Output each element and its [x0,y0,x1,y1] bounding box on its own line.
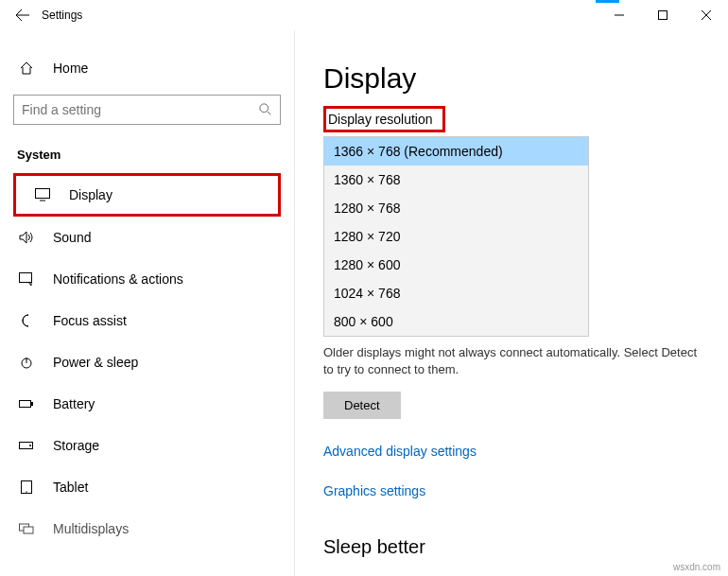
sidebar-item-power-sleep[interactable]: Power & sleep [0,341,294,383]
back-arrow-icon [15,8,30,23]
sidebar-item-label: Storage [36,438,99,453]
resolution-option[interactable]: 1280 × 720 [324,222,588,251]
svg-rect-2 [36,189,50,199]
page-title: Display [323,62,700,95]
svg-point-1 [260,104,269,113]
back-button[interactable] [8,0,38,30]
maximize-button[interactable] [641,0,685,30]
sidebar-item-label: Sound [36,230,91,245]
sidebar-item-label: Battery [36,396,95,411]
titlebar: Settings [0,0,728,30]
sidebar-item-label: Display [52,187,113,202]
svg-rect-5 [20,401,31,408]
svg-rect-12 [24,527,33,533]
svg-rect-3 [20,273,32,283]
minimize-icon [615,10,624,20]
main-content: Display Display resolution 1366 × 768 (R… [295,30,728,576]
svg-point-10 [26,491,26,492]
watermark: wsxdn.com [673,562,720,572]
advanced-display-link[interactable]: Advanced display settings [323,444,700,459]
detect-info-text: Older displays might not always connect … [323,344,700,378]
tablet-icon [17,480,36,494]
svg-rect-0 [659,11,667,20]
sidebar-item-label: Power & sleep [36,355,138,370]
home-button[interactable]: Home [0,47,294,89]
sidebar-item-label: Notifications & actions [36,271,183,287]
svg-point-8 [29,445,31,446]
graphics-settings-link[interactable]: Graphics settings [323,483,700,498]
sidebar-item-label: Tablet [36,480,88,495]
speaker-icon [17,231,36,244]
sleep-better-heading: Sleep better [323,536,700,558]
resolution-option[interactable]: 1360 × 768 [324,166,588,194]
maximize-icon [658,10,667,20]
storage-icon [17,439,36,452]
app-title: Settings [38,9,82,22]
sidebar-group-header: System [0,129,294,173]
resolution-option[interactable]: 1024 × 768 [324,279,588,307]
notification-icon [17,272,36,286]
nav-highlight-box: Display [13,173,281,217]
home-icon [17,61,36,76]
battery-icon [17,397,36,410]
search-input[interactable] [22,102,259,117]
moon-icon [17,314,36,327]
resolution-option[interactable]: 1280 × 600 [324,251,588,279]
resolution-option[interactable]: 1366 × 768 (Recommended) [324,137,588,166]
sidebar-item-storage[interactable]: Storage [0,425,294,466]
svg-rect-6 [31,402,33,406]
sidebar-item-focus-assist[interactable]: Focus assist [0,300,294,341]
resolution-dropdown[interactable]: 1366 × 768 (Recommended) 1360 × 768 1280… [323,136,589,337]
detect-button[interactable]: Detect [323,392,401,419]
sidebar-item-display[interactable]: Display [16,176,278,214]
accent-strip [596,0,619,3]
close-icon [702,10,711,20]
power-icon [17,356,36,369]
sidebar-item-sound[interactable]: Sound [0,217,294,258]
sidebar: Home System Display Sound Notifications … [0,30,295,576]
sidebar-item-tablet[interactable]: Tablet [0,466,294,508]
home-label: Home [36,61,88,76]
resolution-option[interactable]: 800 × 600 [324,307,588,336]
search-icon [259,103,272,116]
search-box[interactable] [13,95,281,125]
multidisplay-icon [17,522,36,535]
minimize-button[interactable] [598,0,641,30]
close-button[interactable] [685,0,728,30]
sidebar-item-truncated[interactable]: Multidisplays [0,508,294,550]
monitor-icon [33,188,52,201]
sidebar-item-label: Focus assist [36,313,127,328]
section-label-resolution: Display resolution [323,106,445,132]
sidebar-item-label: Multidisplays [36,521,129,536]
resolution-option[interactable]: 1280 × 768 [324,194,588,222]
sidebar-item-notifications[interactable]: Notifications & actions [0,258,294,300]
sidebar-item-battery[interactable]: Battery [0,383,294,425]
